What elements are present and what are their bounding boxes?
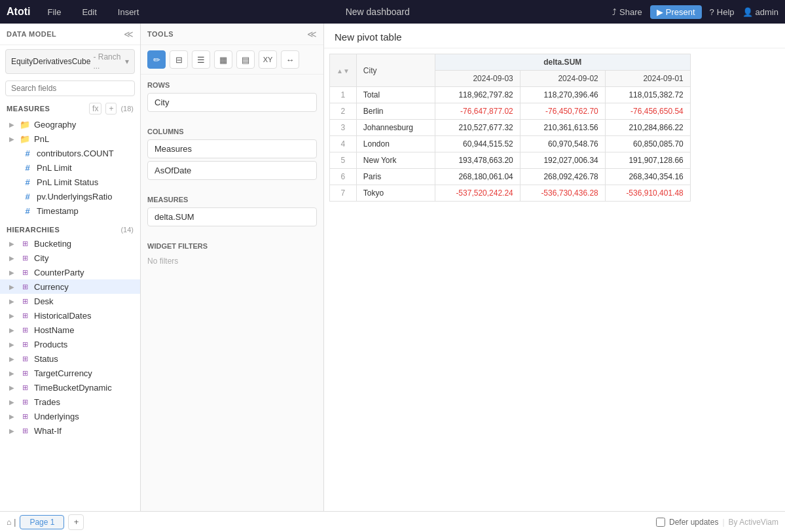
measure-item-timestamp[interactable]: # Timestamp — [0, 204, 140, 218]
filter-tool-button[interactable]: ⊟ — [170, 50, 188, 69]
value-cell-3: -76,456,650.54 — [605, 103, 690, 120]
hierarchy-label: Desk — [34, 296, 134, 306]
filter2-tool-button[interactable]: ☰ — [192, 50, 210, 69]
measure-label: contributors.COUNT — [37, 149, 134, 158]
pipe-separator: | — [14, 518, 16, 527]
value-cell-2: 118,270,396.46 — [520, 87, 605, 103]
measure-item-pnl[interactable]: ▶ 📁 PnL — [0, 132, 140, 146]
user-menu[interactable]: 👤 admin — [742, 7, 778, 17]
hierarchy-city[interactable]: ▶ ⊞ City — [0, 251, 140, 265]
share-label: Share — [619, 7, 642, 17]
value-cell-2: 192,027,006.34 — [520, 152, 605, 169]
hierarchy-target-currency[interactable]: ▶ ⊞ TargetCurrency — [0, 366, 140, 380]
date-header-2[interactable]: 2024-09-02 — [520, 71, 605, 87]
hierarchy-trades[interactable]: ▶ ⊞ Trades — [0, 395, 140, 409]
city-col-header[interactable]: City — [356, 54, 435, 87]
collapse-left-button[interactable]: ≪ — [124, 29, 134, 39]
hierarchies-title: HIERARCHIES — [7, 226, 60, 234]
data-model-header: DATA MODEL ≪ — [0, 24, 140, 45]
hierarchy-historical-dates[interactable]: ▶ ⊞ HistoricalDates — [0, 308, 140, 323]
sort-icon[interactable]: ▲▼ — [337, 67, 350, 75]
hierarchy-bucketing[interactable]: ▶ ⊞ Bucketing — [0, 236, 140, 251]
fx-button[interactable]: fx — [89, 103, 101, 115]
cube-selector-row: EquityDerivativesCube - Ranch ... ▾ — [0, 45, 140, 78]
measure-item-geography[interactable]: ▶ 📁 Geography — [0, 117, 140, 132]
defer-updates-checkbox[interactable] — [656, 518, 665, 527]
value-cell-3: 191,907,128.66 — [605, 152, 690, 169]
edit-tool-button[interactable]: ✏ — [147, 50, 166, 69]
pivot-table: ▲▼ City delta.SUM 2024-09-03 2024-09-02 … — [329, 54, 691, 202]
measure-item-contributors[interactable]: # contributors.COUNT — [0, 146, 140, 160]
menu-insert[interactable]: Insert — [114, 5, 143, 20]
expand-icon: ▶ — [9, 298, 14, 305]
hierarchy-icon: ⊞ — [20, 353, 30, 364]
measure-item-pv-underlyings[interactable]: # pv.UnderlyingsRatio — [0, 189, 140, 204]
hierarchy-what-if[interactable]: ▶ ⊞ What-If — [0, 423, 140, 438]
add-page-button[interactable]: + — [68, 514, 84, 530]
hierarchy-label: TimeBucketDynamic — [34, 383, 134, 393]
date-header-1[interactable]: 2024-09-03 — [435, 71, 520, 87]
rows-label: Rows — [147, 81, 317, 89]
hierarchy-icon: ⊞ — [20, 296, 30, 306]
value-cell-1: 210,527,677.32 — [435, 120, 520, 136]
measures-config-section: Measures delta.SUM — [141, 189, 323, 236]
collapse-tools-button[interactable]: ≪ — [307, 29, 317, 39]
hierarchy-hostname[interactable]: ▶ ⊞ HostName — [0, 323, 140, 337]
hierarchy-currency[interactable]: ▶ ⊞ Currency — [0, 279, 140, 294]
value-cell-2: 268,092,426.78 — [520, 169, 605, 185]
date-header-3[interactable]: 2024-09-01 — [605, 71, 690, 87]
search-box — [0, 78, 140, 99]
hierarchy-underlyings[interactable]: ▶ ⊞ Underlyings — [0, 409, 140, 423]
expand-icon: ▶ — [9, 399, 14, 406]
help-button[interactable]: ? Help — [710, 7, 735, 17]
menu-file[interactable]: File — [43, 5, 65, 20]
present-button[interactable]: ▶ Present — [650, 5, 702, 19]
hierarchy-desk[interactable]: ▶ ⊞ Desk — [0, 294, 140, 308]
measure-label: pv.UnderlyingsRatio — [37, 192, 134, 202]
hierarchy-label: HistoricalDates — [34, 311, 134, 321]
measures-drop-zone[interactable]: delta.SUM — [147, 207, 317, 226]
measure-item-pnl-limit-status[interactable]: # PnL Limit Status — [0, 175, 140, 189]
chart-tool-button[interactable]: ▦ — [214, 50, 232, 69]
rows-drop-zone[interactable]: City — [147, 93, 317, 112]
page-1-tab[interactable]: Page 1 — [20, 515, 64, 529]
expand-icon: ▶ — [9, 121, 14, 128]
city-cell: Paris — [356, 169, 435, 185]
share-button[interactable]: ⤴ Share — [612, 7, 642, 17]
home-button[interactable]: ⌂ | — [7, 518, 16, 527]
home-icon: ⌂ — [7, 518, 11, 527]
value-cell-2: -536,730,436.28 — [520, 185, 605, 202]
table-row: 7 Tokyo -537,520,242.24 -536,730,436.28 … — [330, 185, 691, 202]
columns-drop-zone-asofdate[interactable]: AsOfDate — [147, 161, 317, 180]
hierarchy-icon: ⊞ — [20, 238, 30, 249]
expand-tool-button[interactable]: ↔ — [281, 50, 299, 69]
hierarchy-icon: ⊞ — [20, 411, 30, 421]
hierarchy-icon: ⊞ — [20, 425, 30, 436]
hierarchy-icon: ⊞ — [20, 267, 30, 277]
pivot-table-container[interactable]: ▲▼ City delta.SUM 2024-09-03 2024-09-02 … — [324, 48, 785, 511]
cube-selector[interactable]: EquityDerivativesCube - Ranch ... ▾ — [5, 49, 135, 74]
hierarchy-counterparty[interactable]: ▶ ⊞ CounterParty — [0, 265, 140, 279]
expand-icon: ▶ — [9, 283, 14, 291]
xy-tool-button[interactable]: XY — [259, 50, 277, 69]
pivot-title: New pivot table — [335, 31, 775, 43]
row-num: 1 — [330, 87, 357, 103]
expand-icon: ▶ — [9, 370, 14, 377]
menu-edit[interactable]: Edit — [78, 5, 100, 20]
table-tool-button[interactable]: ▤ — [236, 50, 255, 69]
city-cell: Total — [356, 87, 435, 103]
measure-item-pnl-limit[interactable]: # PnL Limit — [0, 160, 140, 175]
search-input[interactable] — [5, 80, 135, 96]
value-cell-1: 118,962,797.82 — [435, 87, 520, 103]
hierarchies-section-header: HIERARCHIES (14) — [0, 222, 140, 236]
add-measure-button[interactable]: + — [105, 103, 117, 115]
hierarchy-products[interactable]: ▶ ⊞ Products — [0, 337, 140, 351]
row-num: 7 — [330, 185, 357, 202]
hierarchy-status[interactable]: ▶ ⊞ Status — [0, 351, 140, 366]
hierarchy-time-bucket[interactable]: ▶ ⊞ TimeBucketDynamic — [0, 380, 140, 395]
columns-asofdate-value: AsOfDate — [155, 166, 191, 175]
hierarchy-label: HostName — [34, 325, 134, 335]
defer-updates-label: Defer updates — [669, 518, 718, 527]
columns-drop-zone-measures[interactable]: Measures — [147, 139, 317, 158]
hash-icon: # — [22, 148, 33, 158]
